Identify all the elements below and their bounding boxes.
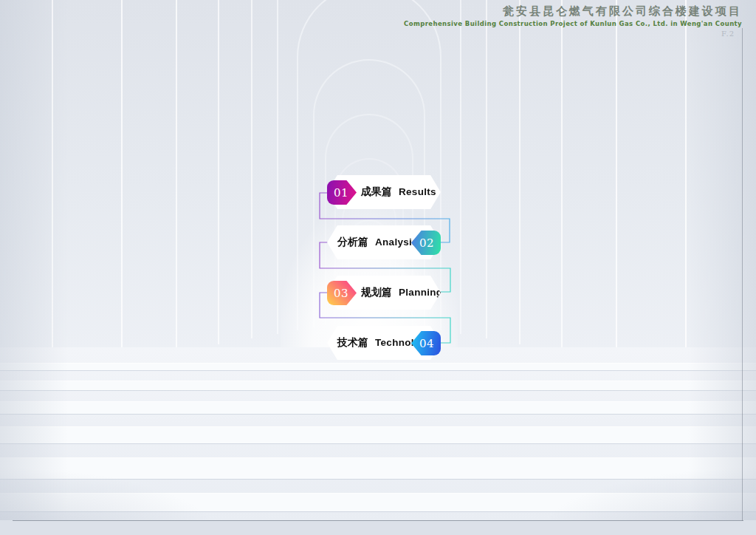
label-en: Analysis [375, 236, 418, 248]
menu-item-planning[interactable]: 规划篇 Planning 03 [327, 276, 441, 310]
label-cn: 成果篇 [361, 185, 392, 199]
badge-number: 01 [334, 186, 348, 200]
badge-number: 02 [419, 236, 434, 250]
menu-item-analysis[interactable]: 分析篇 Analysis 02 [327, 225, 441, 259]
slide-header: 瓮安县昆仑燃气有限公司综合楼建设项目 Comprehensive Buildin… [404, 4, 742, 38]
right-edge-line [742, 28, 743, 521]
page-marker: F.2 [404, 30, 735, 38]
corner-shading [0, 0, 756, 535]
label-cn: 分析篇 [337, 236, 368, 249]
label-en: Results [399, 186, 436, 197]
badge-number: 04 [419, 337, 434, 350]
menu-item-results[interactable]: 成果篇 Results 01 [327, 175, 441, 209]
label-cn: 规划篇 [361, 286, 392, 299]
footer-strip [0, 520, 756, 535]
badge-number: 03 [334, 287, 348, 300]
label-cn: 技术篇 [337, 336, 368, 350]
label-en: Planning [399, 287, 442, 298]
slide-title-english: Comprehensive Building Construction Proj… [404, 20, 742, 27]
slide-title-chinese: 瓮安县昆仑燃气有限公司综合楼建设项目 [404, 4, 742, 18]
menu-item-technology[interactable]: 技术篇 Technology 04 [327, 326, 441, 360]
corridor-background [0, 0, 756, 535]
footer-divider-line [13, 520, 743, 521]
